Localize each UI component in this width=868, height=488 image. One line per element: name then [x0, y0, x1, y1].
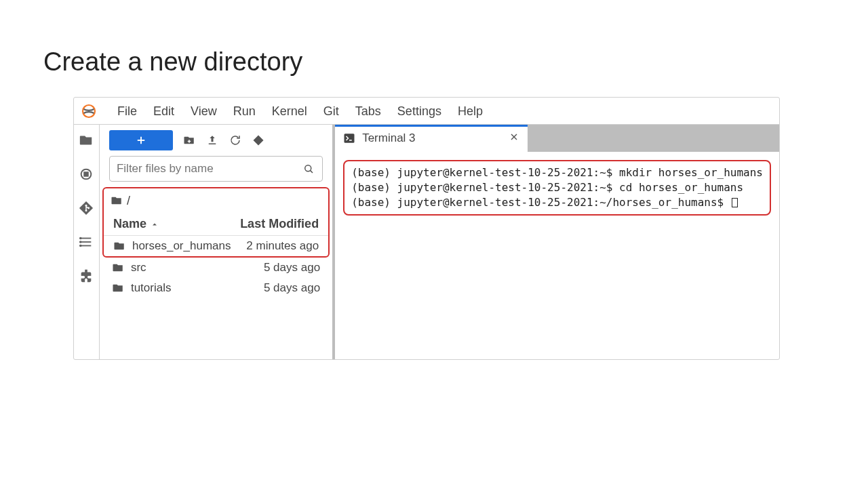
cursor: [732, 198, 738, 207]
svg-point-11: [80, 245, 81, 247]
svg-rect-2: [85, 172, 89, 176]
search-icon: [302, 162, 315, 176]
terminal-panel[interactable]: (base) jupyter@kernel-test-10-25-2021:~$…: [335, 152, 779, 359]
menu-file[interactable]: File: [109, 98, 145, 125]
filter-files-input[interactable]: [117, 162, 302, 176]
column-modified[interactable]: Last Modified: [240, 217, 319, 231]
terminal-output: (base) jupyter@kernel-test-10-25-2021:~$…: [343, 160, 771, 216]
filter-files-wrap: [109, 156, 323, 182]
file-name: src: [131, 261, 146, 274]
terminal-icon: [343, 132, 355, 144]
menu-kernel[interactable]: Kernel: [264, 98, 315, 125]
tab-bar: Terminal 3: [335, 125, 779, 152]
file-modified: 2 minutes ago: [246, 239, 319, 253]
file-list-header: Name Last Modified: [104, 213, 328, 236]
menubar: File Edit View Run Kernel Git Tabs Setti…: [74, 98, 779, 125]
file-modified: 5 days ago: [264, 281, 320, 295]
refresh-icon[interactable]: [229, 134, 242, 147]
menu-git[interactable]: Git: [315, 98, 347, 125]
svg-rect-14: [209, 144, 216, 145]
breadcrumb-path: /: [127, 194, 130, 208]
extensions-icon[interactable]: [79, 268, 94, 283]
jupyterlab-window: File Edit View Run Kernel Git Tabs Setti…: [73, 97, 780, 360]
running-sessions-icon[interactable]: [79, 167, 94, 182]
filebrowser-icon[interactable]: [79, 133, 94, 148]
svg-point-0: [83, 105, 95, 117]
work-area: Terminal 3 (base) jupyter@kernel-test-10…: [335, 125, 779, 359]
svg-point-9: [80, 238, 81, 239]
svg-point-10: [80, 241, 81, 243]
menu-run[interactable]: Run: [225, 98, 264, 125]
menu-help[interactable]: Help: [450, 98, 491, 125]
folder-icon: [112, 262, 124, 274]
menu-edit[interactable]: Edit: [145, 98, 182, 125]
column-name[interactable]: Name: [113, 217, 146, 231]
file-name: tutorials: [131, 281, 172, 295]
menu-settings[interactable]: Settings: [389, 98, 450, 125]
folder-icon: [113, 240, 125, 252]
file-name: horses_or_humans: [132, 239, 231, 253]
menu-tabs[interactable]: Tabs: [347, 98, 389, 125]
file-modified: 5 days ago: [264, 261, 320, 274]
sort-asc-icon: [151, 220, 159, 228]
svg-rect-17: [344, 134, 355, 143]
folder-icon: [111, 195, 123, 207]
page-title: Create a new directory: [43, 47, 868, 77]
tab-terminal-3[interactable]: Terminal 3: [335, 125, 528, 152]
new-launcher-button[interactable]: [109, 130, 173, 150]
close-icon[interactable]: [509, 131, 519, 146]
svg-line-16: [311, 171, 313, 173]
toc-icon[interactable]: [79, 235, 94, 249]
tab-label: Terminal 3: [362, 131, 415, 145]
new-folder-icon[interactable]: [182, 134, 196, 147]
upload-icon[interactable]: [205, 134, 219, 147]
svg-point-15: [305, 165, 311, 171]
file-browser-panel: / Name Last Modified horses_or_humans 2 …: [100, 125, 335, 359]
git-icon[interactable]: [79, 201, 94, 216]
file-browser-toolbar: [100, 125, 332, 156]
highlighted-file-area: / Name Last Modified horses_or_humans 2 …: [102, 187, 330, 258]
file-row-horses-or-humans[interactable]: horses_or_humans 2 minutes ago: [104, 236, 328, 256]
breadcrumb[interactable]: /: [104, 188, 328, 213]
menu-view[interactable]: View: [182, 98, 225, 125]
activity-bar: [74, 125, 100, 359]
jupyter-logo: [81, 103, 97, 119]
file-row-tutorials[interactable]: tutorials 5 days ago: [100, 278, 332, 298]
folder-icon: [112, 282, 124, 294]
git-pull-icon[interactable]: [252, 134, 265, 147]
file-row-src[interactable]: src 5 days ago: [100, 258, 332, 278]
